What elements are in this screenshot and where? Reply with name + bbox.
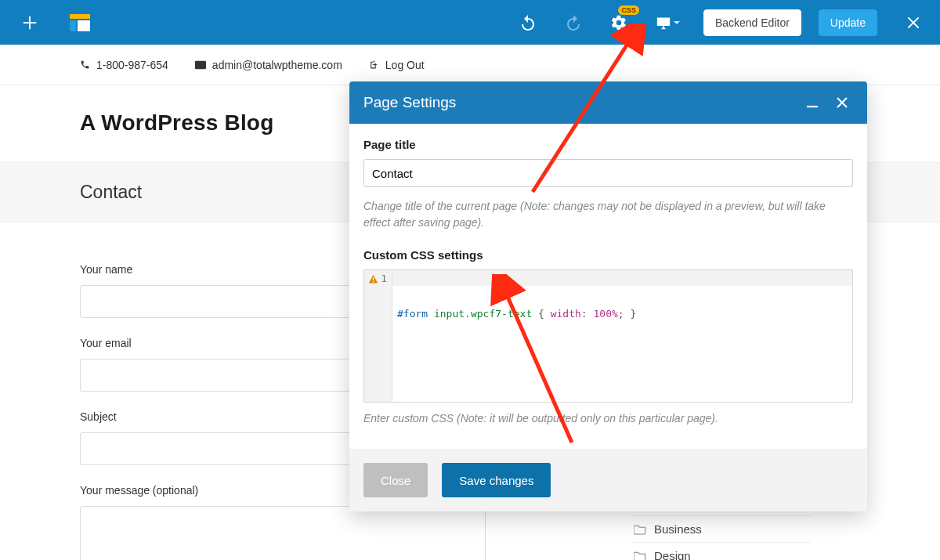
page-title-label: Page title [363,138,853,151]
update-button[interactable]: Update [819,9,877,36]
code-gutter: 1 [364,270,392,402]
page-settings-modal: Page Settings Page title Change title of… [349,81,867,511]
backend-editor-button[interactable]: Backend Editor [703,9,801,36]
undo-button[interactable] [514,9,542,37]
modal-close-footer-button[interactable]: Close [363,463,428,497]
css-code-line[interactable]: #form input.wpcf7-text { width: 100%; } [397,308,848,320]
site-top-bar: 1-800-987-654 admin@totalwptheme.com Log… [0,45,940,85]
page-title-input[interactable] [363,159,853,187]
update-label: Update [830,16,866,29]
svg-rect-4 [373,277,374,280]
folder-icon [634,551,646,561]
backend-editor-label: Backend Editor [715,16,790,29]
site-phone: 1-800-987-654 [80,59,168,71]
modal-save-button[interactable]: Save changes [442,463,551,497]
site-email[interactable]: admin@totalwptheme.com [195,59,342,71]
logout-icon [369,60,379,70]
warning-icon [368,274,378,284]
modal-footer: Close Save changes [349,449,867,511]
modal-close-button[interactable] [831,92,853,114]
svg-rect-0 [70,14,90,19]
responsive-preview-button[interactable] [650,9,686,37]
folder-item[interactable]: Business [631,515,811,542]
custom-css-label: Custom CSS settings [363,248,853,262]
message-textarea[interactable] [80,506,486,560]
modal-title: Page Settings [363,94,456,111]
add-element-button[interactable] [16,9,44,37]
custom-css-editor[interactable]: 1 #form input.wpcf7-text { width: 100%; … [363,269,853,403]
phone-icon [80,60,90,70]
close-editor-button[interactable] [899,9,927,37]
css-badge: CSS [618,5,639,15]
modal-minimize-button[interactable] [801,92,823,114]
svg-rect-1 [70,20,76,31]
custom-css-help: Enter custom CSS (Note: it will be outpu… [363,410,853,427]
redo-button[interactable] [559,9,588,37]
modal-header[interactable]: Page Settings [349,81,867,124]
vc-toolbar: CSS Backend Editor Update [0,0,940,45]
settings-gear-button[interactable]: CSS [605,9,633,37]
templates-button[interactable] [66,9,94,37]
sidebar-folders: Business Design [631,515,811,560]
logout-link[interactable]: Log Out [369,59,425,71]
svg-rect-3 [807,106,818,107]
svg-rect-2 [78,20,90,31]
folder-item[interactable]: Design [631,542,811,560]
envelope-icon [195,60,206,70]
svg-rect-5 [373,281,374,282]
page-title-help: Change title of the current page (Note: … [363,198,853,231]
folder-icon [634,524,646,535]
